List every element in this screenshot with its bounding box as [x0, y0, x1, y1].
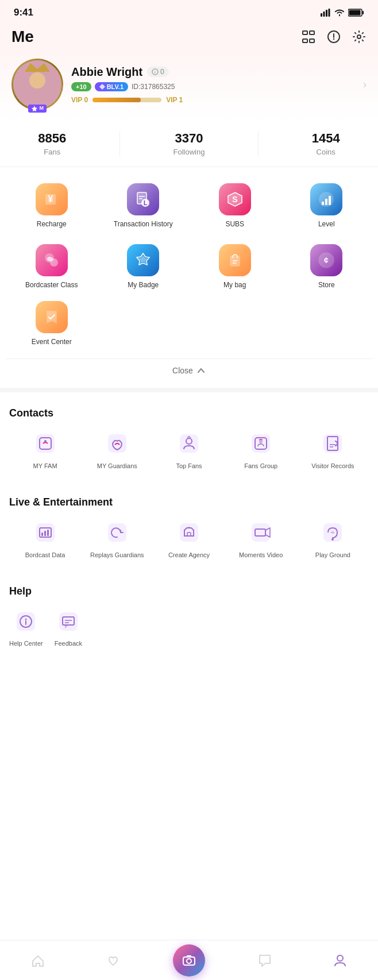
event-label: Event Center [32, 338, 72, 347]
help-center-icon [12, 608, 40, 635]
nav-profile[interactable] [302, 953, 378, 968]
svg-point-13 [333, 38, 334, 40]
create-agency-label: Create Agency [168, 551, 210, 559]
broadcaster-label: Bordcaster Class [25, 281, 78, 290]
entertainment-create-agency[interactable]: Create Agency [153, 519, 225, 559]
close-label: Close [172, 366, 193, 375]
level-icon [310, 183, 342, 215]
svg-point-47 [44, 440, 47, 442]
svg-text:L: L [144, 200, 147, 206]
svg-rect-75 [59, 612, 78, 631]
level-tag: +10 [71, 82, 91, 91]
help-center-label: Help Center [9, 640, 43, 647]
contact-fans-group[interactable]: Fans Group [225, 430, 297, 470]
nav-chat[interactable] [227, 953, 303, 968]
level-svg [317, 190, 335, 209]
top-fans-label: Top Fans [176, 462, 202, 470]
svg-rect-59 [44, 531, 46, 536]
contact-my-fam[interactable]: MY FAM [9, 430, 81, 470]
entertainment-replays[interactable]: Replays Guardians [81, 519, 153, 559]
svg-point-16 [29, 72, 45, 88]
menu-item-broadcaster[interactable]: Bordcaster Class [6, 240, 98, 295]
fullscreen-icon[interactable] [301, 29, 316, 44]
menu-item-store[interactable]: ¢ Store [281, 240, 373, 295]
following-stat[interactable]: 3370 Following [173, 131, 205, 156]
fans-group-label: Fans Group [244, 462, 277, 470]
subs-icon: S [219, 183, 251, 215]
profile-tags: +10 BLV.1 ID:317865325 [71, 82, 355, 91]
vip-next: VIP 1 [166, 96, 183, 104]
help-item-feedback[interactable]: Feedback [55, 608, 82, 647]
level-label: Level [318, 220, 335, 229]
svg-rect-2 [326, 10, 327, 17]
contact-top-fans[interactable]: Top Fans [153, 430, 225, 470]
svg-rect-6 [362, 11, 364, 14]
badge-label: My Badge [128, 281, 159, 290]
menu-item-event[interactable]: Event Center [6, 296, 98, 352]
bag-icon [219, 244, 251, 276]
status-bar: 9:41 [0, 0, 378, 23]
play-ground-svg [320, 520, 345, 545]
alert-icon[interactable] [326, 29, 341, 44]
svg-rect-65 [252, 523, 270, 542]
menu-item-subs[interactable]: S SUBS [189, 179, 281, 234]
stat-divider-2 [258, 131, 259, 156]
menu-item-badge[interactable]: My Badge [98, 240, 190, 295]
header: Me [0, 23, 378, 53]
store-svg: ¢ [317, 251, 335, 269]
coin-icon: ¢ [152, 68, 159, 75]
entertainment-broadcast-data[interactable]: Bordcast Data [9, 519, 81, 559]
coins-label: Coins [312, 148, 340, 156]
entertainment-moments-video[interactable]: Moments Video [225, 519, 297, 559]
svg-rect-58 [41, 533, 43, 536]
play-ground-label: Play Ground [315, 551, 350, 559]
camera-button[interactable] [173, 944, 205, 977]
profile-chevron[interactable]: › [363, 79, 367, 91]
menu-section: ¥ Recharge L Transaction History [0, 167, 378, 392]
contact-my-guardians[interactable]: MY Guardians [81, 430, 153, 470]
store-label: Store [318, 281, 335, 290]
menu-item-recharge[interactable]: ¥ Recharge [6, 179, 98, 234]
battery-icon [348, 9, 364, 17]
help-grid: Help Center Feedback [9, 608, 369, 647]
event-svg [43, 308, 61, 326]
vip-current: VIP 0 [71, 96, 88, 104]
bv-tag: BLV.1 [95, 82, 128, 91]
close-button[interactable]: Close [6, 358, 372, 382]
guardians-svg [105, 431, 130, 456]
recharge-label: Recharge [37, 220, 67, 229]
contacts-title: Contacts [9, 407, 369, 419]
visitor-records-label: Visitor Records [311, 462, 354, 470]
svg-rect-45 [36, 434, 55, 453]
help-title: Help [9, 585, 369, 597]
my-fam-icon [32, 430, 59, 457]
svg-rect-81 [187, 955, 191, 958]
entertainment-play-ground[interactable]: Play Ground [297, 519, 369, 559]
nav-heart[interactable] [76, 953, 152, 968]
avatar-ring [11, 59, 63, 110]
settings-icon[interactable] [352, 29, 367, 44]
fans-label: Fans [38, 148, 66, 156]
store-icon: ¢ [310, 244, 342, 276]
visitor-records-svg [320, 431, 345, 456]
help-item-center[interactable]: Help Center [9, 608, 43, 647]
svg-point-80 [187, 959, 191, 963]
badge-svg [134, 251, 152, 269]
profile-name-row: Abbie Wright ¢ 0 [71, 65, 355, 79]
page-title: Me [11, 28, 34, 46]
coins-stat[interactable]: 1454 Coins [312, 131, 340, 156]
event-icon [36, 301, 68, 333]
visitor-records-icon [319, 430, 346, 457]
broadcast-data-icon [32, 519, 59, 546]
menu-item-level[interactable]: Level [281, 179, 373, 234]
contact-visitor-records[interactable]: Visitor Records [297, 430, 369, 470]
nav-home[interactable] [0, 953, 76, 968]
fans-group-icon [247, 430, 275, 457]
menu-item-bag[interactable]: My bag [189, 240, 281, 295]
camera-icon [181, 952, 197, 969]
fans-stat[interactable]: 8856 Fans [38, 131, 66, 156]
nav-camera[interactable] [151, 944, 227, 977]
svg-rect-10 [310, 39, 314, 43]
profile-row: M Abbie Wright ¢ 0 +10 [11, 59, 367, 110]
menu-item-transaction[interactable]: L Transaction History [98, 179, 190, 234]
